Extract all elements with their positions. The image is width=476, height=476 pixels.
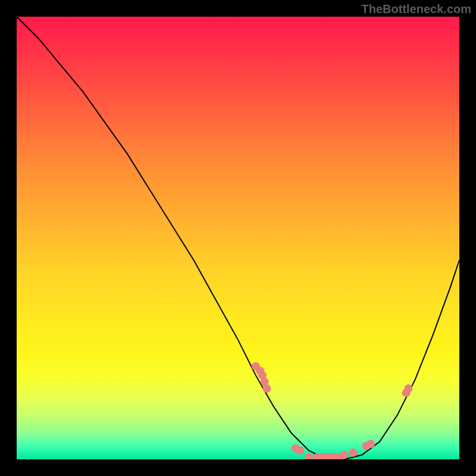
data-point [349, 449, 357, 457]
data-point [340, 451, 349, 459]
data-point [367, 440, 375, 448]
watermark-text: TheBottleneck.com [362, 2, 471, 16]
chart-svg-overlay [17, 17, 459, 459]
data-point [296, 446, 304, 455]
chart-plot-area [17, 17, 459, 459]
bottleneck-curve [17, 17, 459, 459]
data-point [262, 384, 271, 393]
data-point [404, 384, 412, 393]
data-point [305, 453, 313, 459]
data-points-group [252, 362, 413, 459]
